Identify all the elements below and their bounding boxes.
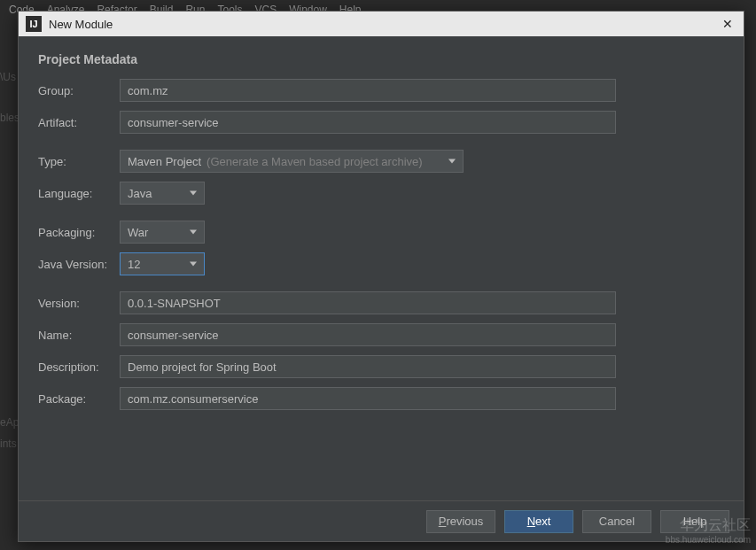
bg-fragment: bles — [0, 112, 19, 124]
language-label: Language: — [38, 187, 120, 200]
language-value: Java — [128, 187, 152, 200]
dialog-button-bar: Previous Next Cancel Help — [19, 500, 744, 541]
bg-fragment: ints — [0, 438, 17, 450]
name-input[interactable] — [120, 323, 616, 346]
java-version-value: 12 — [128, 258, 140, 271]
group-input[interactable] — [120, 79, 616, 102]
previous-button[interactable]: Previous — [426, 510, 495, 533]
new-module-dialog: IJ New Module ✕ Project Metadata Group: … — [18, 11, 744, 542]
app-icon: IJ — [26, 16, 42, 32]
language-combo[interactable]: Java — [120, 182, 205, 205]
section-title: Project Metadata — [38, 52, 724, 66]
chevron-down-icon — [190, 262, 197, 267]
java-version-label: Java Version: — [38, 258, 120, 271]
close-icon[interactable]: ✕ — [719, 15, 737, 33]
group-label: Group: — [38, 84, 120, 97]
packaging-combo[interactable]: War — [120, 221, 205, 244]
dialog-content: Project Metadata Group: Artifact: Type: … — [19, 36, 744, 500]
type-label: Type: — [38, 155, 120, 168]
help-button[interactable]: Help — [660, 510, 729, 533]
name-label: Name: — [38, 329, 120, 342]
description-label: Description: — [38, 360, 120, 374]
package-label: Package: — [38, 392, 120, 406]
package-input[interactable] — [120, 387, 616, 410]
artifact-label: Artifact: — [38, 116, 120, 129]
description-input[interactable] — [120, 355, 616, 378]
chevron-down-icon — [448, 159, 456, 164]
type-value: Maven Project — [128, 155, 201, 168]
packaging-value: War — [128, 226, 148, 239]
dialog-titlebar: IJ New Module ✕ — [19, 12, 744, 36]
chevron-down-icon — [190, 230, 197, 235]
next-button[interactable]: Next — [504, 510, 573, 533]
chevron-down-icon — [190, 191, 197, 196]
type-hint: (Generate a Maven based project archive) — [207, 155, 423, 168]
dialog-title: New Module — [49, 18, 719, 31]
cancel-button[interactable]: Cancel — [582, 510, 651, 533]
bg-fragment: \Us — [0, 71, 16, 83]
java-version-combo[interactable]: 12 — [120, 252, 205, 275]
bg-fragment: eAp — [0, 416, 19, 429]
packaging-label: Packaging: — [38, 226, 120, 239]
version-label: Version: — [38, 297, 120, 310]
version-input[interactable] — [120, 291, 616, 314]
artifact-input[interactable] — [120, 111, 616, 134]
type-combo[interactable]: Maven Project (Generate a Maven based pr… — [120, 150, 464, 173]
